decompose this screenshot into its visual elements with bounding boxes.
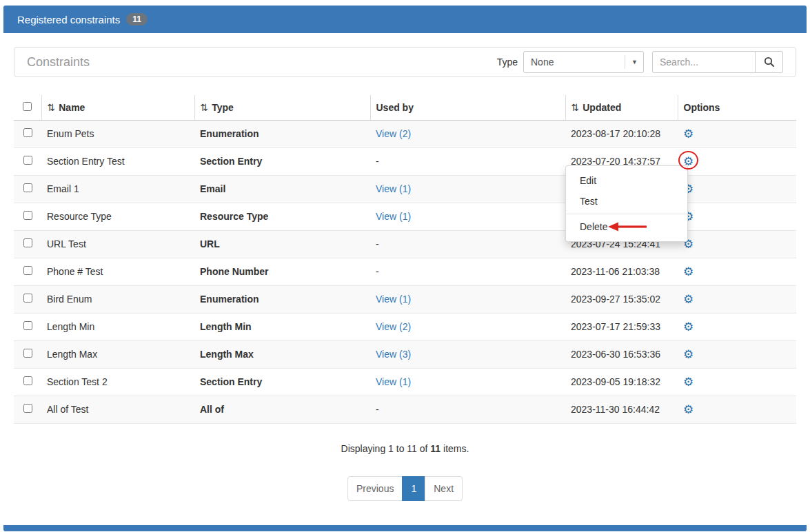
cell-select <box>14 285 41 313</box>
gear-icon[interactable]: ⚙ <box>683 293 693 306</box>
cell-name: Length Max <box>41 340 194 368</box>
cell-options: ⚙ <box>678 230 796 258</box>
cell-select <box>14 313 41 340</box>
column-header-type[interactable]: ⇅Type <box>194 95 370 120</box>
panel-footer-bar <box>3 525 807 531</box>
cell-type: Length Min <box>194 313 370 340</box>
cell-used-by: - <box>370 230 565 258</box>
type-select[interactable]: None ▼ <box>523 51 644 73</box>
cell-name: Resource Type <box>41 203 194 230</box>
select-all-checkbox[interactable] <box>23 102 32 111</box>
row-checkbox[interactable] <box>23 183 32 192</box>
column-header-name[interactable]: ⇅Name <box>41 95 194 120</box>
cell-select <box>14 203 41 230</box>
row-checkbox[interactable] <box>23 128 32 137</box>
cell-options: ⚙ <box>678 258 796 285</box>
used-by-link[interactable]: View (1) <box>376 294 411 305</box>
cell-updated: 2023-09-27 15:35:02 <box>565 285 678 313</box>
cell-name: Section Test 2 <box>41 368 194 396</box>
cell-name: Length Min <box>41 313 194 340</box>
gear-icon[interactable]: ⚙ <box>683 376 693 389</box>
table-row: Length Min Length Min View (2) 2023-07-1… <box>14 313 796 340</box>
cell-used-by: - <box>370 258 565 285</box>
gear-icon[interactable]: ⚙ <box>683 265 693 278</box>
cell-name: URL Test <box>41 230 194 258</box>
cell-type: Enumeration <box>194 285 370 313</box>
used-by-empty: - <box>376 404 379 415</box>
row-checkbox[interactable] <box>23 211 32 220</box>
pagination: Previous 1 Next <box>0 476 810 501</box>
table-row: Section Test 2 Section Entry View (1) 20… <box>14 368 796 396</box>
cell-used-by: - <box>370 147 565 175</box>
table-row: Enum Pets Enumeration View (2) 2023-08-1… <box>14 120 796 147</box>
cell-updated: 2023-06-30 16:53:36 <box>565 340 678 368</box>
cell-type: Resource Type <box>194 203 370 230</box>
cell-options: ⚙ <box>678 368 796 396</box>
cell-used-by: View (1) <box>370 175 565 203</box>
row-checkbox[interactable] <box>23 156 32 165</box>
gear-icon[interactable]: ⚙ <box>683 127 693 141</box>
gear-icon[interactable]: ⚙ <box>683 403 693 416</box>
cell-options: ⚙ <box>678 120 796 147</box>
cell-options: ⚙ <box>678 340 796 368</box>
cell-select <box>14 147 41 175</box>
used-by-link[interactable]: View (1) <box>376 211 411 222</box>
used-by-link[interactable]: View (1) <box>376 183 411 194</box>
row-checkbox[interactable] <box>23 266 32 275</box>
sort-icon: ⇅ <box>571 102 580 113</box>
menu-item-test[interactable]: Test <box>566 191 687 212</box>
cell-used-by: View (3) <box>370 340 565 368</box>
used-by-link[interactable]: View (3) <box>376 349 411 360</box>
toolbar: Constraints Type None ▼ <box>14 47 796 77</box>
row-checkbox[interactable] <box>23 376 32 385</box>
cell-name: Phone # Test <box>41 258 194 285</box>
used-by-link[interactable]: View (2) <box>376 128 411 139</box>
cell-name: Section Entry Test <box>41 147 194 175</box>
pagination-previous[interactable]: Previous <box>347 476 403 501</box>
pagination-page-1[interactable]: 1 <box>402 476 425 501</box>
menu-item-edit[interactable]: Edit <box>566 170 687 191</box>
cell-select <box>14 368 41 396</box>
header-row: ⇅Name ⇅Type Used by ⇅Updated Options <box>14 95 796 120</box>
column-header-used-by: Used by <box>370 95 565 120</box>
used-by-link[interactable]: View (2) <box>376 321 411 332</box>
cell-name: Email 1 <box>41 175 194 203</box>
sort-icon: ⇅ <box>201 102 209 113</box>
cell-select <box>14 258 41 285</box>
cell-type: Enumeration <box>194 120 370 147</box>
cell-type: Section Entry <box>194 368 370 396</box>
cell-type: Phone Number <box>194 258 370 285</box>
count-badge: 11 <box>126 13 148 25</box>
constraints-table: ⇅Name ⇅Type Used by ⇅Updated Options <box>14 95 796 424</box>
table-row: Length Max Length Max View (3) 2023-06-3… <box>14 340 796 368</box>
annotation-circle <box>678 151 698 170</box>
row-checkbox[interactable] <box>23 294 32 303</box>
sort-icon: ⇅ <box>48 102 56 113</box>
gear-icon[interactable]: ⚙ <box>683 320 693 334</box>
cell-options: ⚙ <box>678 203 796 230</box>
row-checkbox[interactable] <box>23 404 32 413</box>
table-row: Phone # Test Phone Number - 2023-11-06 2… <box>14 258 796 285</box>
table-row: All of Test All of - 2023-11-30 16:44:42… <box>14 396 796 423</box>
panel-header: Registered constraints 11 <box>3 6 807 33</box>
cell-name: Bird Enum <box>41 285 194 313</box>
column-header-updated[interactable]: ⇅Updated <box>565 95 678 120</box>
cell-used-by: View (1) <box>370 368 565 396</box>
table-row: Bird Enum Enumeration View (1) 2023-09-2… <box>14 285 796 313</box>
search-button[interactable] <box>756 51 783 73</box>
cell-updated: 2023-07-17 21:59:33 <box>565 313 678 340</box>
search-input[interactable] <box>652 51 756 73</box>
gear-icon[interactable]: ⚙ <box>683 348 693 361</box>
toolbar-title: Constraints <box>27 55 90 70</box>
row-checkbox[interactable] <box>23 321 32 330</box>
cell-used-by: View (1) <box>370 285 565 313</box>
cell-options: ⚙ <box>678 313 796 340</box>
type-label: Type <box>497 57 518 68</box>
row-checkbox[interactable] <box>23 238 32 247</box>
cell-used-by: View (2) <box>370 313 565 340</box>
pagination-next[interactable]: Next <box>425 476 463 501</box>
used-by-link[interactable]: View (1) <box>376 376 411 387</box>
row-checkbox[interactable] <box>23 349 32 358</box>
cell-select <box>14 230 41 258</box>
used-by-empty: - <box>376 238 379 249</box>
